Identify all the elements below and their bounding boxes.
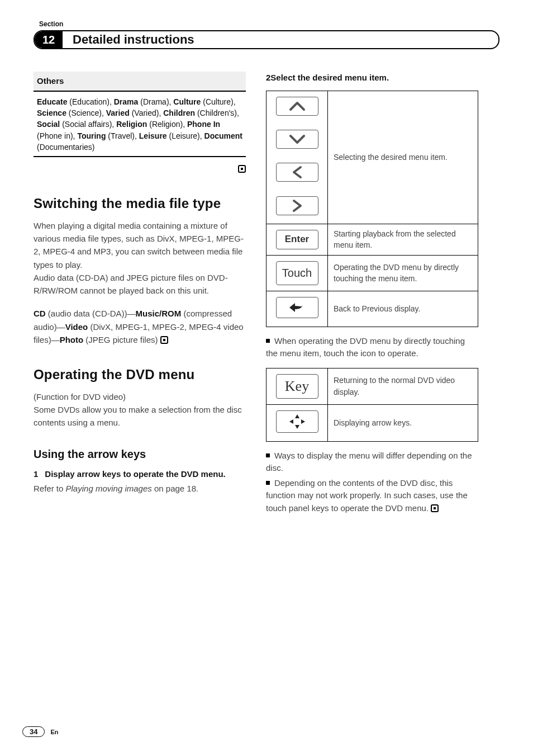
others-body: Educate (Education), Drama (Drama), Cult… [34, 91, 246, 157]
section-header: 12 Detailed instructions [34, 30, 499, 49]
dvdmenu-title: Operating the DVD menu [34, 365, 246, 385]
end-mark-icon [431, 504, 439, 512]
step-2: 2Select the desired menu item. [266, 72, 478, 84]
dvdmenu-sub: (Function for DVD video) [34, 390, 246, 403]
switching-p2: Audio data (CD-DA) and JPEG picture file… [34, 271, 246, 297]
arrow-right-icon[interactable] [276, 196, 318, 215]
enter-button[interactable]: Enter [276, 230, 318, 249]
right-column: 2Select the desired menu item. Selecting… [266, 72, 478, 514]
back-desc: Back to Previous display. [328, 291, 478, 327]
left-column: Others Educate (Education), Drama (Drama… [34, 72, 246, 514]
key-desc: Returning to the normal DVD video displa… [328, 368, 478, 404]
note-3: Depending on the contents of the DVD dis… [266, 477, 478, 515]
svg-marker-0 [295, 414, 299, 418]
arrow-left-icon[interactable] [276, 163, 318, 182]
back-icon[interactable] [276, 297, 318, 318]
diamond-arrows-icon[interactable] [276, 410, 318, 433]
dvdmenu-p1: Some DVDs allow you to make a selection … [34, 403, 246, 429]
page-footer: 34 En [22, 726, 59, 737]
arrowkeys-heading: Using the arrow keys [34, 446, 246, 462]
switching-p1: When playing a digital media containing … [34, 219, 246, 271]
svg-marker-2 [289, 419, 293, 424]
arrow-down-icon[interactable] [276, 130, 318, 149]
end-mark-icon [160, 336, 168, 344]
touch-button[interactable]: Touch [276, 261, 318, 285]
page-lang: En [50, 729, 58, 735]
step-1: 1Display arrow keys to operate the DVD m… [34, 468, 246, 480]
others-heading: Others [34, 72, 246, 91]
diamond-desc: Displaying arrow keys. [328, 404, 478, 441]
step-1-ref: Refer to Playing moving images on page 1… [34, 482, 246, 495]
touch-desc: Operating the DVD menu by directly touch… [328, 255, 478, 291]
svg-marker-3 [301, 419, 305, 424]
page-number: 34 [22, 726, 45, 737]
section-number: 12 [35, 31, 63, 48]
arrows-desc: Selecting the desired menu item. [328, 91, 478, 224]
switching-title: Switching the media file type [34, 194, 246, 214]
section-label: Section [39, 20, 499, 28]
key-button[interactable]: Key [276, 374, 318, 399]
note-2: Ways to display the menu will differ dep… [266, 450, 478, 475]
end-mark-icon [238, 165, 246, 173]
section-title: Detailed instructions [73, 32, 194, 47]
icon-table-1: Selecting the desired menu item. Enter S… [266, 91, 478, 327]
switching-p3: CD (audio data (CD-DA))—Music/ROM (compr… [34, 307, 246, 346]
arrow-up-icon[interactable] [276, 97, 318, 116]
enter-desc: Starting playback from the selected menu… [328, 224, 478, 255]
note-1: When operating the DVD menu by directly … [266, 335, 478, 360]
svg-marker-1 [295, 425, 299, 429]
icon-table-2: Key Returning to the normal DVD video di… [266, 368, 478, 442]
